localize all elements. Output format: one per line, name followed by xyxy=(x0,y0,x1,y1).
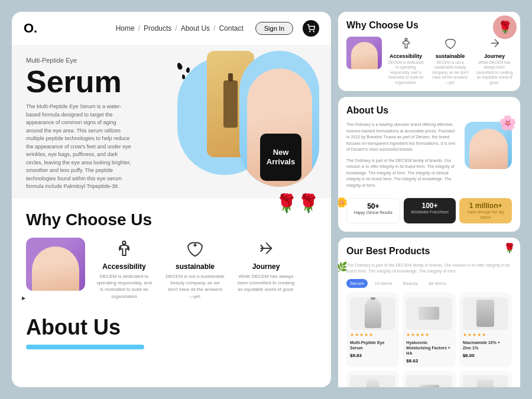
svg-point-1 xyxy=(313,31,314,32)
r-product-img-4 xyxy=(350,375,395,387)
r-products-grid: ★★★★★ Multi-Peptide Eye Serum $9.83 ★★★★… xyxy=(346,293,512,387)
why-item-journey-desc: While DECEM has always been committed to… xyxy=(236,273,296,293)
r-about-section: 🌸 🌼 About Us The Ordinary is a leading s… xyxy=(338,97,520,232)
why-item-journey-title: Journey xyxy=(236,262,296,271)
nav-about[interactable]: About Us xyxy=(181,24,210,33)
r-filter-tab-10items[interactable]: 10 items xyxy=(371,279,396,288)
r-stat-50: 50+ Happy Clinical Results xyxy=(346,198,400,223)
r-product-img-6: O xyxy=(463,375,508,387)
r-filter-tabs: Serum 10 items Beauty All items xyxy=(346,279,512,288)
r-filter-tab-all[interactable]: All items xyxy=(425,279,450,288)
r-about-text: The Ordinary is a leading skincare brand… xyxy=(346,122,459,193)
r-product-card-6[interactable]: O ★★★★★ Squalane Cleanser $8.00 xyxy=(459,371,512,387)
svg-point-2 xyxy=(122,241,125,244)
nav-sep-1: / xyxy=(138,24,140,33)
r-stat-100-label: Worldwide Franchises xyxy=(408,210,452,215)
r-product-card-5[interactable]: ★★★★★ Glycolic Acid 7% Exfoliating Toner… xyxy=(403,371,455,387)
why-items: Accessibility DECEM is dedicated to oper… xyxy=(95,238,296,300)
r-filter-tab-beauty[interactable]: Beauty xyxy=(400,279,421,288)
journey-icon xyxy=(255,238,277,259)
nav-links: Home / Products / About Us / Contact xyxy=(116,24,244,33)
r-filter-tab-serum[interactable]: Serum xyxy=(346,279,368,288)
about-us-preview: About Us xyxy=(12,309,331,349)
r-product-card-4[interactable]: ★★★★★ Multi-Peptide + HA Serum $9.51 xyxy=(346,371,399,387)
r-product-name-3: Niacinamide 10% + Zinc 1% xyxy=(463,340,508,351)
svg-point-0 xyxy=(310,31,310,32)
right-panel: 🌹 Why Choose Us Accessibility DECEM is d… xyxy=(338,12,520,387)
r-product-img-1 xyxy=(350,297,395,330)
r-stat-100: 100+ Worldwide Franchises xyxy=(404,198,456,223)
r-product-card-3[interactable]: ★★★★★ Niacinamide 10% + Zinc 1% $8.00 xyxy=(459,293,512,367)
r-sustainable-desc: DECEM is not a sustainable beauty compan… xyxy=(431,60,469,85)
r-product-img-3 xyxy=(463,297,508,330)
why-item-journey: Journey While DECEM has always been comm… xyxy=(236,238,296,300)
r-stat-million-label: Sales through the sky above xyxy=(464,210,507,220)
r-why-item-sustainable: sustainable DECEM is not a sustainable b… xyxy=(431,37,469,85)
hero-title: Serum xyxy=(26,66,132,97)
r-why-title: Why Choose Us xyxy=(346,20,512,31)
r-daisy-decoration: 🌸 xyxy=(499,115,517,131)
r-about-desc1: The Ordinary is a leading skincare brand… xyxy=(346,122,459,153)
why-item-sustainable-title: sustainable xyxy=(166,262,225,271)
r-accessibility-title: Accessibility xyxy=(387,53,425,59)
why-item-accessibility: Accessibility DECEM is dedicated to oper… xyxy=(95,238,154,300)
hero-section: New Arrivals Multi-Peptide Eye Serum The… xyxy=(12,45,331,199)
nav-contact[interactable]: Contact xyxy=(219,24,243,33)
navbar: O. Home / Products / About Us / Contact … xyxy=(12,12,331,45)
new-arrivals-tag: New Arrivals xyxy=(260,134,301,181)
why-item-accessibility-title: Accessibility xyxy=(95,262,154,271)
hero-subtitle: Multi-Peptide Eye xyxy=(26,57,132,64)
r-why-item-accessibility: Accessibility DECEM is dedicated to oper… xyxy=(387,37,425,85)
r-about-desc2: The Ordinary is part of the DECIEM famil… xyxy=(346,158,459,189)
r-products-section: 🌹 🌿 Our Best Products The Ordinary is pa… xyxy=(338,238,520,387)
roses-decoration: 🌹🌹 xyxy=(275,193,319,213)
r-journey-desc: While DECEM has always been committed to… xyxy=(475,60,514,85)
r-sustainable-icon xyxy=(443,37,458,51)
sustainable-icon xyxy=(184,238,206,259)
left-panel: O. Home / Products / About Us / Contact … xyxy=(12,12,331,387)
signin-button[interactable]: Sign In xyxy=(255,22,293,35)
about-blue-bar xyxy=(26,345,144,349)
hero-content: Multi-Peptide Eye Serum The Multi-Peptid… xyxy=(26,57,132,199)
cart-icon[interactable] xyxy=(303,20,319,37)
nav-home[interactable]: Home xyxy=(116,24,135,33)
r-products-desc: The Ordinary is part of the DECIEM famil… xyxy=(346,262,512,274)
why-item-sustainable-desc: DECEM is not a sustainable beauty compan… xyxy=(166,273,225,300)
r-product-card-1[interactable]: ★★★★★ Multi-Peptide Eye Serum $9.83 xyxy=(346,293,399,367)
r-product-stars-2: ★★★★★ xyxy=(406,332,452,338)
r-product-stars-3: ★★★★★ xyxy=(463,332,508,338)
play-button[interactable]: ▶ xyxy=(18,293,30,304)
brand-logo: O. xyxy=(24,21,37,36)
why-choose-us-title: Why Choose Us xyxy=(26,210,317,229)
why-item-sustainable: sustainable DECEM is not a sustainable b… xyxy=(166,238,225,300)
r-why-image xyxy=(346,37,382,69)
why-choose-us-section: 🌹🌹 Why Choose Us ▶ Accessibility DECEM i… xyxy=(12,199,331,309)
r-flower-decoration: 🌼 xyxy=(338,197,348,208)
r-sustainable-title: sustainable xyxy=(431,53,469,59)
r-product-name-2: Hyaluronic Moisturizing Factors + HA xyxy=(406,340,452,356)
nav-products[interactable]: Products xyxy=(144,24,171,33)
r-why-section: 🌹 Why Choose Us Accessibility DECEM is d… xyxy=(338,12,520,91)
r-stat-100-num: 100+ xyxy=(408,202,452,210)
r-product-img-2 xyxy=(406,297,452,330)
about-us-title: About Us xyxy=(26,315,317,340)
r-product-price-3: $8.00 xyxy=(463,353,508,358)
r-why-grid: Accessibility DECEM is dedicated to oper… xyxy=(346,37,512,85)
r-leaf-decoration: 🌿 xyxy=(338,261,348,273)
r-stat-million-num: 1 million+ xyxy=(464,202,507,210)
r-product-price-1: $9.83 xyxy=(350,353,395,358)
why-choose-us-grid: ▶ Accessibility DECEM is dedicated to op… xyxy=(26,238,317,300)
r-stat-50-label: Happy Clinical Results xyxy=(352,210,395,215)
r-journey-icon xyxy=(488,37,502,51)
r-rose2-decoration: 🌹 xyxy=(504,242,515,254)
r-accessibility-desc: DECEM is dedicated to operating responsi… xyxy=(387,60,425,85)
r-products-title: Our Best Products xyxy=(346,246,512,257)
svg-point-3 xyxy=(405,38,407,41)
why-image xyxy=(26,238,85,291)
r-about-grid: The Ordinary is a leading skincare brand… xyxy=(346,122,512,193)
r-product-card-2[interactable]: ★★★★★ Hyaluronic Moisturizing Factors + … xyxy=(403,293,455,367)
r-product-price-2: $8.62 xyxy=(406,358,452,364)
r-about-title: About Us xyxy=(346,105,512,116)
r-accessibility-icon xyxy=(399,37,413,51)
r-why-item-journey: Journey While DECEM has always been comm… xyxy=(475,37,514,85)
